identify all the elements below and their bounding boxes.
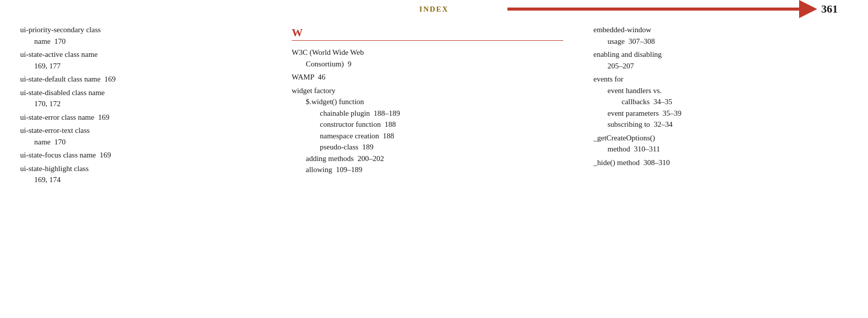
section-letter-w: W	[292, 26, 563, 39]
left-column: ui-priority-secondary class name 170 ui-…	[20, 24, 262, 188]
entry-text: name 170	[20, 136, 262, 148]
entry-text: 205–207	[593, 60, 848, 72]
entry-text: W3C (World Wide Web	[292, 47, 563, 58]
list-item: ui-state-disabled class name 170, 172	[20, 87, 262, 110]
entry-text: 170, 172	[20, 98, 262, 110]
entry-text: embedded-window	[593, 24, 848, 36]
list-item: ui-state-error-text class name 170	[20, 125, 262, 147]
entry-text: events for	[593, 73, 848, 85]
entry-text: 169, 177	[20, 60, 262, 72]
entry-text: enabling and disabling	[593, 49, 848, 60]
entry-text: _getCreateOptions()	[593, 132, 848, 144]
list-item: ui-state-focus class name 169	[20, 149, 262, 161]
list-item: ui-state-error class name 169	[20, 112, 262, 123]
page-number: 361	[821, 3, 838, 16]
arrow-head	[799, 0, 817, 18]
entry-text: name 170	[20, 36, 262, 47]
entry-text: allowing 109–189	[292, 164, 563, 176]
list-item: ui-state-default class name 169	[20, 73, 262, 85]
list-item: WAMP 46	[292, 71, 563, 83]
entry-text: event parameters 35–39	[593, 108, 848, 119]
entry-text: chainable plugin 188–189	[292, 108, 563, 119]
list-item: W3C (World Wide Web Consortium) 9	[292, 47, 563, 69]
entry-text: ui-state-error-text class	[20, 125, 262, 136]
list-item: embedded-window usage 307–308	[593, 24, 848, 47]
list-item: ui-state-active class name 169, 177	[20, 49, 262, 71]
list-item: ui-priority-secondary class name 170	[20, 24, 262, 47]
entry-text: ui-state-default class name 169	[20, 73, 262, 85]
list-item: enabling and disabling 205–207	[593, 49, 848, 71]
section-divider	[292, 40, 563, 41]
entry-text: ui-priority-secondary class	[20, 24, 262, 36]
entry-text: constructor function 188	[292, 119, 563, 130]
entry-text: widget factory	[292, 85, 563, 97]
entry-text: ui-state-disabled class name	[20, 87, 262, 99]
main-content: ui-priority-secondary class name 170 ui-…	[0, 14, 868, 188]
entry-text: ui-state-active class name	[20, 49, 262, 60]
entry-text: ui-state-error class name 169	[20, 112, 262, 123]
list-item: widget factory $.widget() function chain…	[292, 85, 563, 176]
arrow-line	[507, 8, 799, 11]
page-header: INDEX 361	[0, 0, 868, 14]
middle-column: W W3C (World Wide Web Consortium) 9 WAMP…	[262, 24, 563, 188]
list-item: _getCreateOptions() method 310–311	[593, 132, 848, 155]
entry-text: event handlers vs.	[593, 85, 848, 97]
entry-text: $.widget() function	[292, 96, 563, 108]
entry-text: _hide() method 308–310	[593, 157, 848, 169]
entry-text: adding methods 200–202	[292, 153, 563, 165]
right-column: embedded-window usage 307–308 enabling a…	[563, 24, 848, 188]
page-number-arrow: 361	[507, 0, 838, 18]
entry-text: Consortium) 9	[292, 58, 563, 70]
entry-text: WAMP 46	[292, 71, 563, 83]
entry-text: callbacks 34–35	[593, 96, 848, 108]
entry-text: 169, 174	[20, 174, 262, 186]
entry-text: method 310–311	[593, 143, 848, 155]
entry-text: subscribing to 32–34	[593, 119, 848, 130]
entry-text: usage 307–308	[593, 36, 848, 47]
list-item: ui-state-highlight class 169, 174	[20, 163, 262, 186]
index-label: INDEX	[419, 5, 449, 14]
entry-text: ui-state-highlight class	[20, 163, 262, 175]
entry-text: ui-state-focus class name 169	[20, 149, 262, 161]
list-item: events for event handlers vs. callbacks …	[593, 73, 848, 130]
entry-text: namespace creation 188	[292, 130, 563, 142]
list-item: _hide() method 308–310	[593, 157, 848, 169]
entry-text: pseudo-class 189	[292, 141, 563, 153]
